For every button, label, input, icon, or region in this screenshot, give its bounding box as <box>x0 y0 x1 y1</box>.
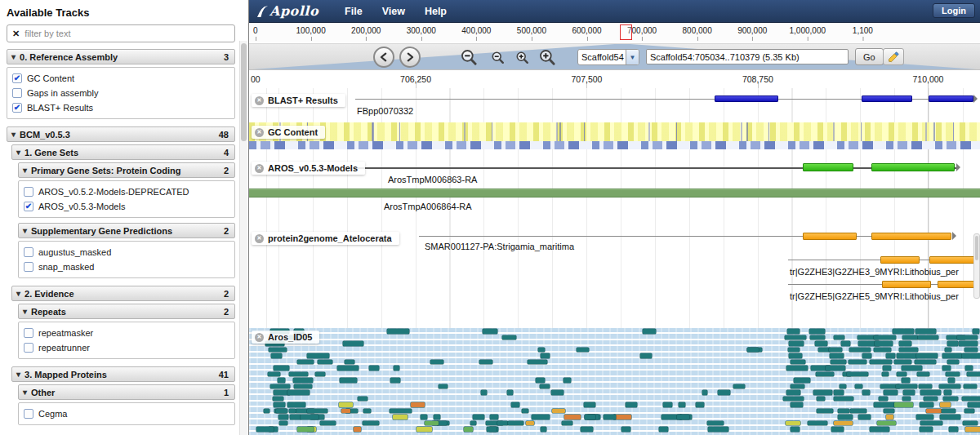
checkbox-checked-icon[interactable] <box>24 202 33 211</box>
feature-line <box>354 167 956 169</box>
alignment-read <box>538 348 545 353</box>
track-item-snap-masked[interactable]: snap_masked <box>23 260 230 274</box>
close-track-icon[interactable] <box>255 234 264 243</box>
track-item-aros-deprecated[interactable]: AROS_v0.5.2-Models-DEPRECATED <box>23 184 230 199</box>
checkbox-icon[interactable] <box>24 187 33 197</box>
track-count-badge: 41 <box>219 370 229 380</box>
track-item-repeatmasker[interactable]: repeatmasker <box>23 326 230 340</box>
section-header-evidence[interactable]: 2. Evidence 2 <box>11 286 235 301</box>
zoom-in-far-button[interactable] <box>538 48 556 69</box>
scrollbar-thumb[interactable] <box>975 236 978 260</box>
track-label-gc[interactable]: GC Content <box>252 126 325 139</box>
track-item-label: snap_masked <box>38 262 95 272</box>
track-item-gaps[interactable]: Gaps in assembly <box>11 86 230 100</box>
feature-arrow-icon <box>956 163 960 171</box>
blast-hit-segment[interactable] <box>929 95 973 102</box>
pan-left-button[interactable] <box>373 47 394 68</box>
feature-name[interactable]: SMAR001127-PA:Strigamia_maritima <box>425 242 574 251</box>
protein-match-segment[interactable] <box>929 256 977 264</box>
gene-exon[interactable] <box>871 163 955 171</box>
magnifier-plus-icon <box>515 51 529 64</box>
zoom-out-far-button[interactable] <box>460 48 478 69</box>
track-item-cegma[interactable]: Cegma <box>23 406 230 421</box>
protein-match-segment[interactable] <box>880 256 920 264</box>
go-button[interactable]: Go <box>855 48 884 65</box>
alignment-read <box>390 409 412 414</box>
menu-file[interactable]: File <box>335 2 372 21</box>
checkbox-icon[interactable] <box>24 328 33 338</box>
menu-view[interactable]: View <box>372 2 415 21</box>
alignment-read <box>297 427 314 432</box>
protein-match-segment[interactable] <box>803 233 857 240</box>
alignment-read <box>702 390 707 395</box>
alignment-read <box>541 427 546 432</box>
section-header-reference-assembly[interactable]: 0. Reference Assembly 3 <box>7 49 235 64</box>
blast-hit-segment[interactable] <box>715 95 778 102</box>
checkbox-checked-icon[interactable] <box>12 73 22 83</box>
close-track-icon[interactable] <box>255 164 264 173</box>
view-region-highlight[interactable] <box>620 24 632 40</box>
feature-name[interactable]: tr|G2ZHE5|G2ZHE5_9MYRI:Lithobius_per <box>790 291 959 301</box>
highlight-tool-button[interactable] <box>883 48 904 65</box>
blast-hit-segment[interactable] <box>862 95 912 102</box>
alignment-read <box>279 421 287 426</box>
menu-help[interactable]: Help <box>415 2 457 21</box>
chevron-down-icon[interactable] <box>626 50 639 64</box>
protein-match-segment[interactable] <box>871 233 951 240</box>
scrollbar-thumb[interactable] <box>241 43 247 141</box>
track-item-blast-results[interactable]: BLAST+ Results <box>11 100 230 115</box>
gene-exon[interactable] <box>803 163 853 171</box>
alignment-read <box>893 329 914 334</box>
feature-name[interactable]: ArosTmpM006863-RA <box>388 175 477 184</box>
track-count-badge: 2 <box>224 166 229 175</box>
zoom-in-button[interactable] <box>515 51 529 67</box>
login-button[interactable]: Login <box>933 3 975 18</box>
section-header-other[interactable]: Other 1 <box>18 384 235 400</box>
close-track-icon[interactable] <box>255 333 264 342</box>
clear-filter-icon[interactable] <box>12 29 20 39</box>
track-item-repeatrunner[interactable]: repeatrunner <box>23 340 230 355</box>
checkbox-icon[interactable] <box>24 262 33 272</box>
refseq-select[interactable]: Scaffold54 <box>577 49 639 65</box>
close-track-icon[interactable] <box>255 96 264 105</box>
track-label-blast[interactable]: BLAST+ Results <box>252 94 345 107</box>
track-scrollbar[interactable] <box>973 233 980 299</box>
track-item-aros-models[interactable]: AROS_v0.5.3-Models <box>23 199 230 214</box>
section-header-mapped-proteins[interactable]: 3. Mapped Proteins 41 <box>11 366 235 382</box>
checkbox-icon[interactable] <box>24 409 33 419</box>
navigation-bar: Scaffold54 Go <box>249 44 980 70</box>
protein-match-segment[interactable] <box>882 281 931 288</box>
feature-name[interactable]: ArosTmpA006864-RA <box>384 202 472 211</box>
sidebar-scrollbar[interactable] <box>239 41 247 435</box>
section-header-gene-sets[interactable]: 1. Gene Sets 4 <box>11 144 235 160</box>
checkbox-icon[interactable] <box>12 88 22 98</box>
checkbox-checked-icon[interactable] <box>12 103 22 113</box>
checkbox-icon[interactable] <box>24 247 33 257</box>
section-header-supplementary[interactable]: Supplementary Gene Predictions 2 <box>18 223 235 238</box>
track-label-p2g[interactable]: protein2genome_Atelocerata <box>252 232 399 245</box>
alignment-read <box>884 390 898 395</box>
alignment-read <box>962 397 980 402</box>
location-input[interactable] <box>646 49 849 64</box>
pan-right-button[interactable] <box>399 47 421 68</box>
track-item-augustus-masked[interactable]: augustus_masked <box>23 245 230 260</box>
detail-ruler[interactable]: 00 706,250 707,500 708,750 710,000 <box>249 70 980 88</box>
section-header-primary-gene-sets[interactable]: Primary Gene Sets: Protein Coding 2 <box>18 162 235 178</box>
track-item-gc-content[interactable]: GC Content <box>11 71 230 86</box>
track-label-aros[interactable]: AROS_v0.5.3-Models <box>252 162 365 175</box>
track-label-text: protein2genome_Atelocerata <box>268 233 392 243</box>
section-header-bcm[interactable]: BCM_v0.5.3 48 <box>7 127 235 142</box>
alignment-read <box>788 348 800 353</box>
checkbox-icon[interactable] <box>24 343 33 353</box>
track-label-aros-id05[interactable]: Aros_ID05 <box>252 331 319 344</box>
alignment-read <box>434 415 440 419</box>
close-track-icon[interactable] <box>255 128 264 137</box>
section-header-repeats[interactable]: Repeats 2 <box>18 304 235 319</box>
gene-span-bar[interactable] <box>249 189 980 198</box>
feature-name[interactable]: FBpp0070332 <box>357 106 413 116</box>
overview-ruler[interactable]: 0 100,000 200,000 300,000 400,000 500,00… <box>249 23 980 44</box>
feature-name[interactable]: tr|G2ZHE3|G2ZHE3_9MYRI:Lithobius_per <box>790 267 959 277</box>
alignment-read <box>786 421 800 426</box>
track-filter-input[interactable] <box>24 29 229 38</box>
zoom-out-button[interactable] <box>491 51 505 67</box>
